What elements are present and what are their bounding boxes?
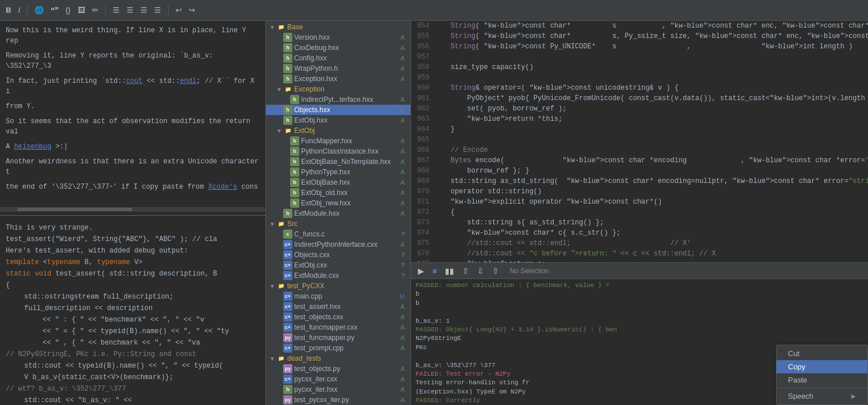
tree-item[interactable]: h ExtObj.hxx A <box>266 115 410 125</box>
quote-button[interactable]: ❝❞ <box>48 5 61 16</box>
tree-item[interactable]: h ExtObjBase_NoTemplate.hxx A <box>266 156 410 167</box>
folder-icon: 📁 <box>283 126 292 135</box>
edit-button[interactable]: ✏ <box>90 5 101 16</box>
tree-item[interactable]: h Version.hxx A <box>266 32 410 43</box>
tree-item[interactable]: h FuncMapper.hxx A <box>266 136 410 146</box>
heisenbug-link[interactable]: heisenbug <box>14 143 51 151</box>
code-content[interactable]: 954 String( "kw-blue">const char* s , "k… <box>411 21 868 262</box>
strange-text: This is very strange. <box>6 224 260 232</box>
tree-item[interactable]: c C_funcs.c ? <box>266 229 410 239</box>
debug-step-out-button[interactable]: ⇧ <box>490 265 501 277</box>
list-ordered-button[interactable]: ☰ <box>111 5 122 16</box>
cout-link[interactable]: cout <box>126 77 143 85</box>
line-code: } <box>434 124 868 135</box>
code-line: 971 "kw-blue">explicit operator "kw-blue… <box>411 197 868 207</box>
file-badge: A <box>401 334 408 341</box>
tree-item[interactable]: ▼ 📁 Src <box>266 219 410 229</box>
tree-item[interactable]: py test_pycxx_iter.py A <box>266 395 410 405</box>
file-label: pycxx_iter.hxx <box>294 385 337 393</box>
tree-item[interactable]: h PythonClassInstance.hxx A <box>266 146 410 156</box>
file-icon: h <box>283 64 292 73</box>
tree-item[interactable]: c+ ExtObj.cxx ? <box>266 260 410 270</box>
line-number: 974 <box>411 228 434 238</box>
xcode-link[interactable]: Xcode's <box>208 183 237 191</box>
endl-link[interactable]: endl <box>180 77 196 85</box>
tree-item[interactable]: h WrapPython.h A <box>266 63 410 74</box>
redo-button[interactable]: ↪ <box>186 5 197 16</box>
file-label: ExtObj_new.hxx <box>301 199 351 207</box>
tree-item[interactable]: c+ pycxx_iter.cxx A <box>266 374 410 384</box>
tree-item[interactable]: h ExtModule.hxx A <box>266 208 410 219</box>
debug-play-button[interactable]: ▶ <box>416 265 427 277</box>
code-wtf-comment: // wtf? b_as_v: \352\277_\377 <box>6 385 260 393</box>
tree-item[interactable]: ▼ 📁 test_PyCXX <box>266 281 410 291</box>
tree-item[interactable]: h Objects.hxx A <box>266 105 410 115</box>
folder-arrow-icon: ▼ <box>275 128 283 134</box>
line-code: String& operator=( "kw-blue">const unico… <box>434 83 868 93</box>
folder-arrow-icon: ▼ <box>268 283 276 289</box>
tree-item[interactable]: h IndirectPyt...terface.hxx A <box>266 94 410 105</box>
tree-item[interactable]: c+ test_objects.cxx A <box>266 312 410 322</box>
braces-button[interactable]: {} <box>63 5 73 16</box>
bold-button[interactable]: B <box>3 5 13 16</box>
context-menu-item[interactable]: Speech▶ <box>776 389 867 403</box>
tree-item[interactable]: h Exception.hxx A <box>266 74 410 84</box>
context-menu-item[interactable]: Copy <box>776 360 867 373</box>
tree-item[interactable]: ▼ 📁 ExtObj <box>266 125 410 136</box>
tree-item[interactable]: h CxxDebug.hxx A <box>266 43 410 53</box>
context-menu-item[interactable]: Paste <box>776 373 867 387</box>
tree-item[interactable]: ▼ 📁 dead_tests <box>266 353 410 364</box>
folder-label: test_PyCXX <box>287 282 325 290</box>
tree-item[interactable]: ▼ 📁 Base <box>266 22 410 32</box>
left-text-content[interactable]: Now this is the weird thing. If line X i… <box>0 21 265 207</box>
tree-item[interactable]: c+ test_assert.hxx A <box>266 301 410 312</box>
file-badge: A <box>401 179 408 186</box>
tree-item[interactable]: c+ Objects.cxx ? <box>266 250 410 260</box>
browser-button[interactable]: 🌐 <box>32 5 46 16</box>
code-func-decl: static void test_assert( std::string des… <box>6 270 260 278</box>
file-icon: py <box>283 364 292 373</box>
file-label: PythonClassInstance.hxx <box>301 147 379 155</box>
file-badge: A <box>401 65 408 72</box>
tree-item[interactable]: h ExtObj_new.hxx A <box>266 198 410 208</box>
tree-item[interactable]: c+ IndirectPythonInterface.cxx A <box>266 239 410 250</box>
tree-item[interactable]: h ExtObjBase.hxx A <box>266 177 410 188</box>
tree-item[interactable]: c+ main.cpp M <box>266 291 410 301</box>
code-line: 966 // Encode <box>411 145 868 155</box>
left-scrollbar-h[interactable] <box>0 207 265 212</box>
align-right-button[interactable]: ☰ <box>152 5 163 16</box>
tree-item[interactable]: c+ ExtModule.cxx ? <box>266 270 410 281</box>
line-number: 967 <box>411 155 434 166</box>
tree-item[interactable]: h ExtObj_old.hxx A <box>266 188 410 198</box>
file-badge: ? <box>401 272 408 279</box>
tree-item[interactable]: h PythonType.hxx A <box>266 167 410 177</box>
debug-step-over-button[interactable]: ⇧ <box>460 265 471 277</box>
tree-item[interactable]: py test_objects.py A <box>266 364 410 374</box>
tree-item[interactable]: c+ test_funcmapper.cxx A <box>266 322 410 333</box>
left-code-section[interactable]: This is very strange. test_assert("Wierd… <box>0 219 265 406</box>
image-button[interactable]: 🖼 <box>75 5 87 16</box>
tree-item[interactable]: py test_funcmapper.py A <box>266 333 410 343</box>
file-badge: ? <box>401 251 408 258</box>
debug-step-into-button[interactable]: ⇩ <box>475 265 486 277</box>
context-menu-item[interactable]: Cut <box>776 347 867 360</box>
output-line: N2Py6StringE <box>416 334 863 343</box>
debug-stop-button[interactable]: ■ <box>430 265 439 277</box>
file-label: main.cpp <box>294 292 322 300</box>
file-badge: A <box>401 396 408 403</box>
tree-item[interactable]: c+ test_prompt.cpp A <box>266 343 410 353</box>
line-code: String( "kw-blue">const char* s , "kw-bl… <box>434 21 868 31</box>
tree-item[interactable]: h pycxx_iter.hxx A <box>266 384 410 395</box>
line-number: 961 <box>411 93 434 104</box>
file-icon: h <box>290 198 299 208</box>
tree-item[interactable]: ▼ 📁 Exception <box>266 84 410 94</box>
undo-button[interactable]: ↩ <box>173 5 184 16</box>
tree-item[interactable]: h Config.hxx A <box>266 53 410 63</box>
debug-pause-button[interactable]: ▮▮ <box>443 265 456 277</box>
list-unordered-button[interactable]: ☰ <box>124 5 136 16</box>
line-code: PyObject* pyob{ PyUnicode_FromUnicode( c… <box>434 93 868 104</box>
ctx-item-label: Copy <box>788 362 805 371</box>
italic-button[interactable]: I <box>16 5 22 16</box>
align-left-button[interactable]: ☰ <box>138 5 150 16</box>
folder-label: dead_tests <box>287 354 321 362</box>
